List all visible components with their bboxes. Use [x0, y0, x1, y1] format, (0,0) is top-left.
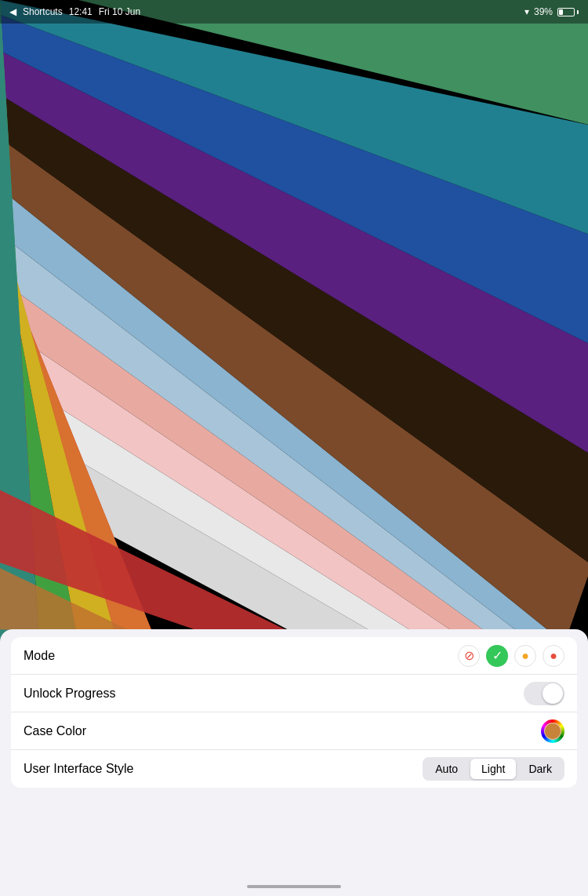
mode-dot-button[interactable]: ● — [543, 645, 564, 667]
style-light-button[interactable]: Light — [470, 759, 516, 779]
home-indicator — [247, 885, 341, 888]
mode-check-button[interactable]: ✓ — [486, 645, 508, 667]
unlock-progress-row: Unlock Progress — [11, 675, 577, 712]
battery-fill — [559, 9, 563, 15]
status-bar: ◀ Shortcuts 12:41 Fri 10 Jun ▾ 39% — [0, 0, 588, 24]
time: 12:41 — [69, 6, 93, 17]
mode-pause-button[interactable]: ● — [514, 645, 536, 667]
interface-style-segmented: Auto Light Dark — [423, 757, 564, 781]
date: Fri 10 Jun — [99, 6, 140, 17]
back-arrow[interactable]: ◀ — [9, 6, 16, 17]
status-bar-left: ◀ Shortcuts 12:41 Fri 10 Jun — [9, 6, 140, 17]
battery-indicator — [557, 8, 579, 16]
style-auto-button[interactable]: Auto — [424, 759, 469, 779]
mode-controls: ⊘ ✓ ● ● — [458, 645, 564, 667]
app-name: Shortcuts — [23, 6, 63, 17]
color-swatch-selected — [544, 723, 561, 740]
style-dark-button[interactable]: Dark — [517, 759, 563, 779]
mode-row: Mode ⊘ ✓ ● ● — [11, 637, 577, 675]
battery-tip — [577, 10, 579, 14]
settings-panel: Mode ⊘ ✓ ● ● Unlock Progress Case Color … — [0, 629, 588, 896]
case-color-swatch[interactable] — [541, 719, 564, 743]
user-interface-style-label: User Interface Style — [24, 762, 134, 776]
battery-body — [557, 8, 575, 16]
case-color-row: Case Color — [11, 712, 577, 750]
unlock-progress-toggle[interactable] — [524, 682, 564, 705]
toggle-knob — [543, 683, 563, 704]
case-color-label: Case Color — [24, 724, 86, 738]
wifi-icon: ▾ — [524, 6, 529, 17]
wallpaper-area — [0, 0, 588, 643]
unlock-progress-label: Unlock Progress — [24, 687, 115, 701]
user-interface-style-row: User Interface Style Auto Light Dark — [11, 750, 577, 788]
mode-stop-button[interactable]: ⊘ — [458, 645, 480, 667]
settings-list: Mode ⊘ ✓ ● ● Unlock Progress Case Color … — [11, 637, 577, 788]
battery-percent: 39% — [534, 6, 553, 17]
mode-label: Mode — [24, 649, 55, 663]
status-bar-right: ▾ 39% — [524, 6, 579, 17]
